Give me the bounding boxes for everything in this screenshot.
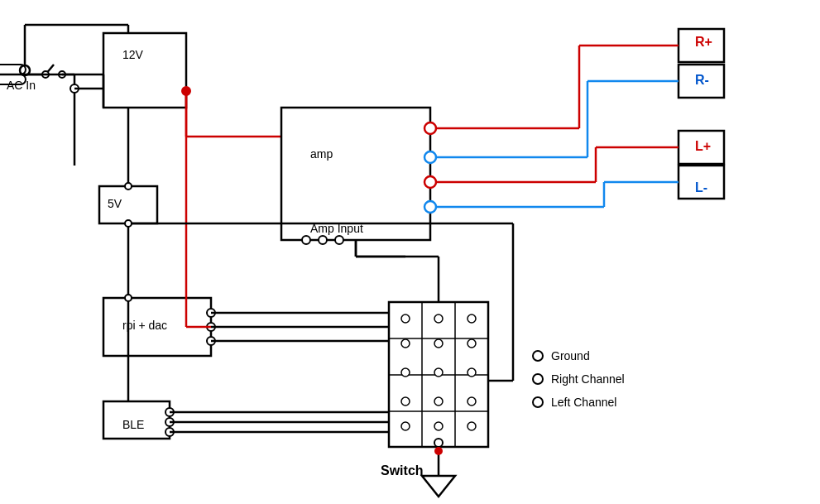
v12-label: 12V xyxy=(122,48,143,61)
v5-label: 5V xyxy=(108,197,122,210)
amp-label: amp xyxy=(310,147,333,161)
rpi-dac-label: rpi + dac xyxy=(122,319,167,332)
l-minus-label: L- xyxy=(695,180,707,195)
left-channel-circle-icon xyxy=(530,394,546,410)
ac-in-label: AC In xyxy=(7,79,36,92)
amp-input-label: Amp Input xyxy=(310,222,363,235)
svg-point-1 xyxy=(533,374,543,384)
left-channel-legend-label: Left Channel xyxy=(551,396,616,409)
svg-point-0 xyxy=(533,351,543,361)
right-channel-legend-label: Right Channel xyxy=(551,372,625,386)
r-minus-label: R- xyxy=(695,73,709,88)
ble-label: BLE xyxy=(122,418,144,431)
svg-point-2 xyxy=(533,397,543,407)
ground-label: Ground xyxy=(551,349,590,362)
r-plus-label: R+ xyxy=(695,35,712,50)
right-channel-circle-icon xyxy=(530,371,546,387)
ground-circle-icon xyxy=(530,348,546,364)
legend: Ground Right Channel Left Channel xyxy=(530,348,625,410)
l-plus-label: L+ xyxy=(695,139,711,154)
switch-label: Switch xyxy=(381,463,424,478)
